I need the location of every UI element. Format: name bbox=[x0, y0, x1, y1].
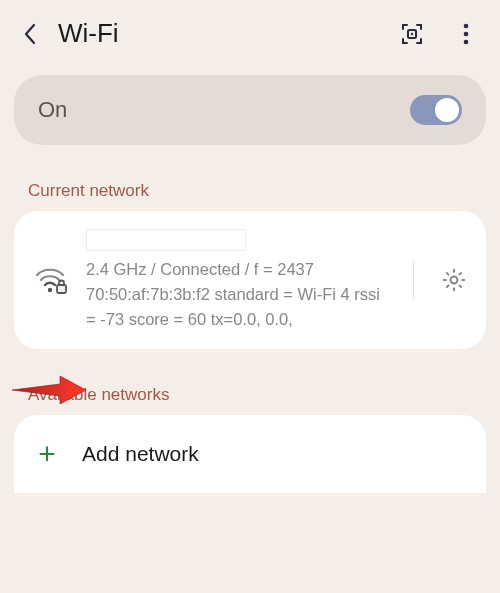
svg-point-4 bbox=[464, 39, 469, 44]
divider bbox=[413, 262, 414, 298]
qr-scan-button[interactable] bbox=[398, 20, 426, 48]
wifi-toggle-switch[interactable] bbox=[410, 95, 462, 125]
network-name-redacted bbox=[86, 229, 246, 251]
wifi-signal-icon bbox=[34, 265, 70, 295]
add-network-button[interactable]: + Add network bbox=[14, 415, 486, 493]
current-network-heading: Current network bbox=[0, 145, 500, 211]
header: Wi-Fi bbox=[0, 0, 500, 67]
page-title: Wi-Fi bbox=[58, 18, 382, 49]
gear-icon bbox=[441, 267, 467, 293]
plus-icon: + bbox=[34, 437, 60, 471]
network-detail-text: 2.4 GHz / Connected / f = 2437 70:50:af:… bbox=[86, 257, 389, 331]
svg-point-3 bbox=[464, 31, 469, 36]
wifi-toggle-row[interactable]: On bbox=[14, 75, 486, 145]
svg-point-5 bbox=[48, 288, 52, 292]
qr-code-icon bbox=[400, 22, 424, 46]
svg-point-2 bbox=[464, 23, 469, 28]
network-info: 2.4 GHz / Connected / f = 2437 70:50:af:… bbox=[86, 229, 389, 331]
svg-point-1 bbox=[411, 32, 413, 34]
chevron-left-icon bbox=[23, 23, 37, 45]
svg-rect-6 bbox=[57, 285, 66, 293]
more-options-button[interactable] bbox=[454, 20, 478, 48]
more-vertical-icon bbox=[463, 23, 469, 45]
back-button[interactable] bbox=[18, 22, 42, 46]
add-network-label: Add network bbox=[82, 442, 199, 466]
current-network-card[interactable]: 2.4 GHz / Connected / f = 2437 70:50:af:… bbox=[14, 211, 486, 349]
wifi-toggle-label: On bbox=[38, 97, 67, 123]
available-networks-heading: Available networks bbox=[0, 349, 500, 415]
network-settings-button[interactable] bbox=[438, 264, 470, 296]
svg-point-7 bbox=[451, 277, 458, 284]
